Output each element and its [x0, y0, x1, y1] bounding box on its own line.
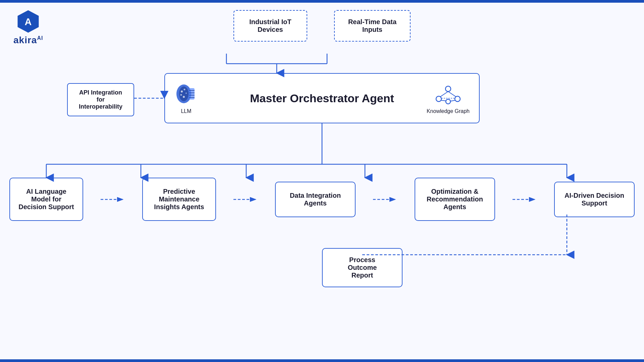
ai-language-model-box: AI LanguageModel forDecision Support — [9, 178, 83, 221]
svg-line-19 — [448, 92, 456, 97]
knowledge-graph-icon — [435, 82, 462, 106]
predictive-maintenance-box: PredictiveMaintenanceInsights Agents — [142, 178, 216, 221]
svg-point-13 — [185, 93, 187, 94]
svg-line-20 — [441, 100, 446, 101]
orchestrator-box: LLM Master Orchestrator Agent Knowledge … — [164, 73, 480, 123]
svg-point-12 — [183, 96, 185, 98]
arrow-1 — [99, 194, 126, 204]
data-integration-box: Data IntegrationAgents — [275, 182, 356, 217]
svg-point-14 — [445, 86, 451, 92]
agents-row: AI LanguageModel forDecision Support Pre… — [9, 178, 635, 221]
llm-icon — [174, 82, 198, 106]
optimization-recommendation-box: Optimization &RecommendationAgents — [415, 178, 495, 221]
arrow-4 — [511, 194, 538, 204]
arrow-3 — [372, 194, 398, 204]
llm-label: LLM — [174, 108, 198, 114]
orchestrator-title: Master Orchestrator Agent — [250, 92, 394, 105]
ai-decision-support-box: AI-Driven DecisionSupport — [554, 182, 635, 217]
svg-point-17 — [446, 99, 450, 104]
svg-line-21 — [450, 100, 455, 101]
svg-point-10 — [184, 89, 185, 90]
bottom-bar — [0, 359, 644, 362]
svg-point-3 — [179, 86, 189, 101]
svg-line-18 — [440, 92, 448, 97]
svg-point-11 — [180, 94, 182, 96]
knowledge-graph-section: Knowledge Graph — [427, 82, 470, 114]
svg-point-16 — [455, 96, 460, 102]
iot-devices-box: Industrial IoTDevices — [233, 10, 307, 42]
realtime-data-box: Real-Time DataInputs — [334, 10, 411, 42]
outcome-box: Process OutcomeReport — [322, 248, 402, 287]
svg-rect-4 — [189, 88, 195, 100]
api-integration-box: API IntegrationforInteroperability — [67, 83, 134, 116]
arrow-2 — [232, 194, 259, 204]
svg-point-9 — [181, 90, 183, 93]
top-bar — [0, 0, 644, 3]
kg-label: Knowledge Graph — [427, 108, 470, 114]
llm-section: LLM — [174, 82, 198, 114]
svg-point-15 — [436, 96, 441, 102]
